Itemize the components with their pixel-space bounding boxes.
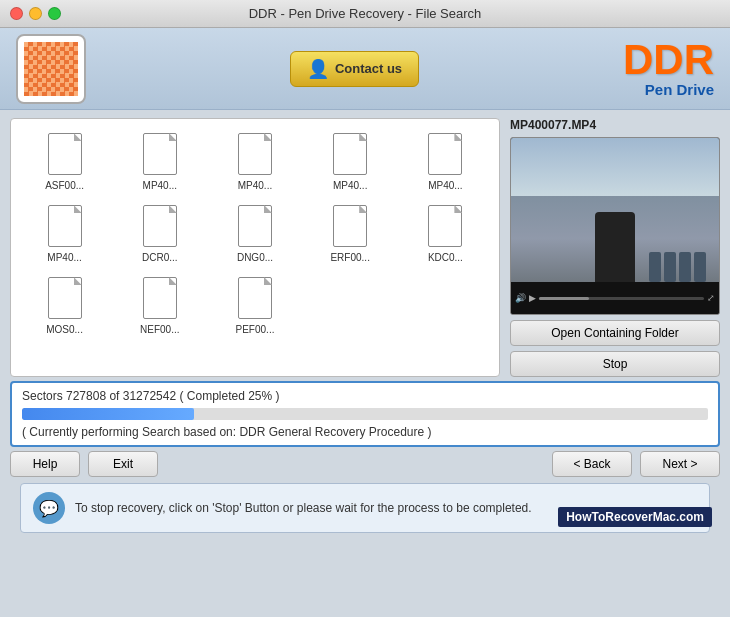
file-icon	[236, 131, 274, 177]
file-item[interactable]: MP40...	[114, 127, 205, 195]
right-panel: MP400077.MP4 🔊 ▶ ⤢ Open Containin	[510, 118, 720, 377]
contact-button[interactable]: 👤 Contact us	[290, 51, 419, 87]
volume-icon[interactable]: 🔊	[515, 293, 526, 303]
bike-2	[664, 252, 676, 282]
video-controls: 🔊 ▶ ⤢	[511, 282, 719, 314]
maximize-button[interactable]	[48, 7, 61, 20]
file-item[interactable]: MP40...	[209, 127, 300, 195]
fullscreen-icon[interactable]: ⤢	[707, 293, 715, 303]
file-icon	[141, 203, 179, 249]
file-label: KDC0...	[428, 252, 463, 263]
video-scene	[511, 138, 719, 282]
file-icon	[236, 203, 274, 249]
help-button[interactable]: Help	[10, 451, 80, 477]
file-item[interactable]: KDC0...	[400, 199, 491, 267]
file-label: MP40...	[143, 180, 177, 191]
video-progress[interactable]	[539, 297, 704, 300]
video-figure	[595, 212, 635, 282]
file-item[interactable]: PEF00...	[209, 271, 300, 339]
file-label: ERF00...	[330, 252, 369, 263]
video-bikes	[649, 232, 709, 282]
progress-info: ( Currently performing Search based on: …	[22, 425, 708, 439]
progress-bar-fill	[22, 408, 194, 420]
file-item[interactable]: MP40...	[400, 127, 491, 195]
contact-label: Contact us	[335, 61, 402, 76]
header-center: 👤 Contact us	[86, 51, 623, 87]
file-icon	[236, 275, 274, 321]
progress-section: Sectors 727808 of 31272542 ( Completed 2…	[0, 381, 730, 447]
file-grid: ASF00... MP40... MP40... MP40... MP40...…	[19, 127, 491, 339]
file-label: MOS0...	[46, 324, 83, 335]
next-button[interactable]: Next >	[640, 451, 720, 477]
file-item[interactable]: DCR0...	[114, 199, 205, 267]
video-progress-fill	[539, 297, 589, 300]
contact-icon: 👤	[307, 58, 329, 80]
open-folder-button[interactable]: Open Containing Folder	[510, 320, 720, 346]
progress-status: Sectors 727808 of 31272542 ( Completed 2…	[22, 389, 708, 403]
file-icon	[141, 275, 179, 321]
file-icon	[46, 203, 84, 249]
footer-message: To stop recovery, click on 'Stop' Button…	[75, 501, 532, 515]
app-logo	[16, 34, 86, 104]
progress-box: Sectors 727808 of 31272542 ( Completed 2…	[10, 381, 720, 447]
file-icon	[46, 275, 84, 321]
brand-name: DDR	[623, 39, 714, 81]
file-item[interactable]: ASF00...	[19, 127, 110, 195]
logo-icon	[24, 42, 78, 96]
progress-bar-track	[22, 408, 708, 420]
file-item[interactable]: MP40...	[305, 127, 396, 195]
file-label: ASF00...	[45, 180, 84, 191]
preview-filename: MP400077.MP4	[510, 118, 720, 132]
nav-spacer	[166, 451, 544, 477]
title-bar: DDR - Pen Drive Recovery - File Search	[0, 0, 730, 28]
bike-1	[649, 252, 661, 282]
file-label: MP40...	[47, 252, 81, 263]
bottom-nav: Help Exit < Back Next >	[0, 451, 730, 477]
file-item[interactable]: MOS0...	[19, 271, 110, 339]
file-item[interactable]: ERF00...	[305, 199, 396, 267]
bike-3	[679, 252, 691, 282]
file-icon	[426, 131, 464, 177]
file-item[interactable]: MP40...	[19, 199, 110, 267]
file-label: MP40...	[333, 180, 367, 191]
file-icon	[426, 203, 464, 249]
info-icon: 💬	[33, 492, 65, 524]
play-icon[interactable]: ▶	[529, 293, 536, 303]
file-icon	[46, 131, 84, 177]
file-icon	[331, 203, 369, 249]
footer-container: 💬 To stop recovery, click on 'Stop' Butt…	[0, 483, 730, 543]
bike-4	[694, 252, 706, 282]
brand-block: DDR Pen Drive	[623, 39, 714, 98]
traffic-lights	[10, 7, 61, 20]
stop-button[interactable]: Stop	[510, 351, 720, 377]
file-grid-container[interactable]: ASF00... MP40... MP40... MP40... MP40...…	[10, 118, 500, 377]
file-label: NEF00...	[140, 324, 179, 335]
minimize-button[interactable]	[29, 7, 42, 20]
back-button[interactable]: < Back	[552, 451, 632, 477]
file-label: MP40...	[238, 180, 272, 191]
file-icon	[141, 131, 179, 177]
app-header: 👤 Contact us DDR Pen Drive	[0, 28, 730, 110]
brand-sub: Pen Drive	[623, 81, 714, 98]
exit-button[interactable]: Exit	[88, 451, 158, 477]
main-content: ASF00... MP40... MP40... MP40... MP40...…	[0, 110, 730, 381]
watermark: HowToRecoverMac.com	[558, 507, 712, 527]
file-item[interactable]: DNG0...	[209, 199, 300, 267]
file-label: DNG0...	[237, 252, 273, 263]
file-label: PEF00...	[236, 324, 275, 335]
window-title: DDR - Pen Drive Recovery - File Search	[249, 6, 482, 21]
video-preview: 🔊 ▶ ⤢	[510, 137, 720, 315]
file-label: MP40...	[428, 180, 462, 191]
file-icon	[331, 131, 369, 177]
file-label: DCR0...	[142, 252, 178, 263]
close-button[interactable]	[10, 7, 23, 20]
file-item[interactable]: NEF00...	[114, 271, 205, 339]
